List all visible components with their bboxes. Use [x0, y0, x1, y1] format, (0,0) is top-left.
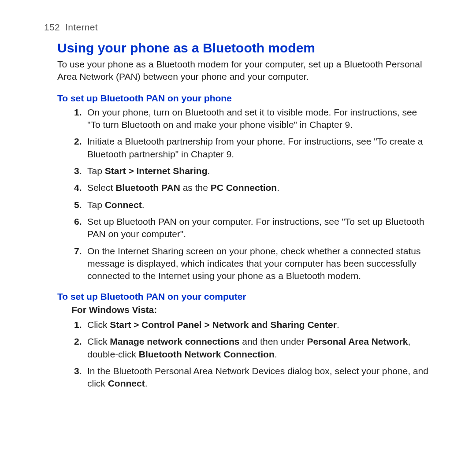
- step-number: 4.: [74, 182, 82, 194]
- list-item: 2.Click Manage network connections and t…: [74, 335, 432, 361]
- step-number: 5.: [74, 199, 82, 211]
- os-label: For Windows Vista:: [71, 305, 432, 315]
- list-item: 1.On your phone, turn on Bluetooth and s…: [74, 106, 432, 131]
- step-number: 2.: [74, 335, 82, 348]
- section1-heading: To set up Bluetooth PAN on your phone: [57, 93, 432, 104]
- bold-text: PC Connection: [211, 182, 277, 193]
- step-number: 6.: [74, 216, 82, 228]
- section1-steps: 1.On your phone, turn on Bluetooth and s…: [74, 106, 432, 283]
- bold-text: Personal Area Network: [307, 336, 408, 346]
- section2-heading: To set up Bluetooth PAN on your computer: [57, 291, 432, 302]
- bold-text: Start > Control Panel > Network and Shar…: [110, 320, 337, 330]
- list-item: 3.Tap Start > Internet Sharing.: [74, 165, 432, 177]
- section-name: Internet: [65, 22, 98, 32]
- bold-text: Manage network connections: [110, 336, 239, 346]
- step-number: 1.: [74, 106, 82, 119]
- page-header: 152 Internet: [44, 22, 432, 33]
- list-item: 4.Select Bluetooth PAN as the PC Connect…: [74, 182, 432, 194]
- list-item: 3.In the Bluetooth Personal Area Network…: [74, 365, 432, 390]
- list-item: 1.Click Start > Control Panel > Network …: [74, 319, 432, 331]
- bold-text: Start > Internet Sharing: [105, 166, 208, 176]
- step-number: 7.: [74, 245, 82, 257]
- step-number: 2.: [74, 135, 82, 148]
- main-heading: Using your phone as a Bluetooth modem: [57, 41, 432, 56]
- list-item: 6.Set up Bluetooth PAN on your computer.…: [74, 216, 432, 241]
- list-item: 5.Tap Connect.: [74, 199, 432, 211]
- list-item: 2.Initiate a Bluetooth partnership from …: [74, 135, 432, 160]
- step-number: 3.: [74, 365, 82, 377]
- page-number: 152: [44, 22, 60, 32]
- bold-text: Bluetooth PAN: [115, 182, 180, 193]
- list-item: 7.On the Internet Sharing screen on your…: [74, 245, 432, 283]
- step-number: 3.: [74, 165, 82, 177]
- section2-steps: 1.Click Start > Control Panel > Network …: [74, 319, 432, 390]
- step-number: 1.: [74, 319, 82, 331]
- bold-text: Connect: [108, 378, 145, 388]
- bold-text: Connect: [105, 200, 142, 210]
- intro-paragraph: To use your phone as a Bluetooth modem f…: [57, 58, 432, 83]
- bold-text: Bluetooth Network Connection: [139, 349, 275, 359]
